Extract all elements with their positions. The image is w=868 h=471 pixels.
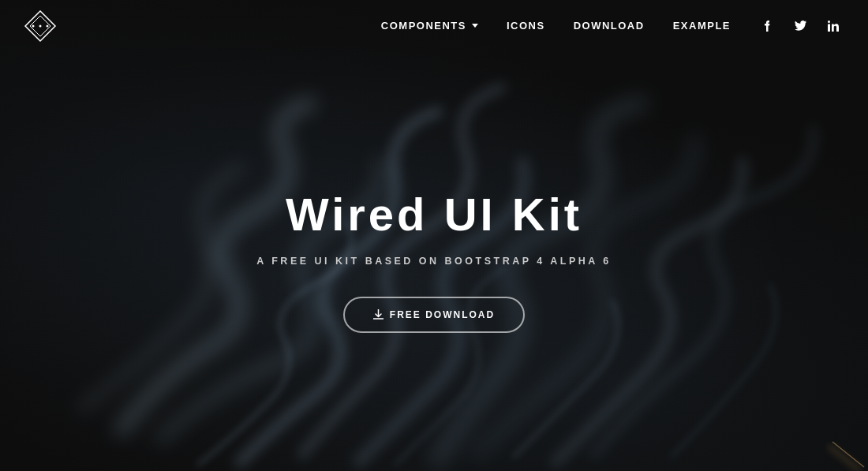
twitter-icon[interactable] xyxy=(789,15,811,37)
nav-icons-label: ICONS xyxy=(507,20,545,32)
svg-point-6 xyxy=(47,24,49,27)
nav-components-label: COMPONENTS xyxy=(381,20,466,32)
svg-point-5 xyxy=(39,24,42,27)
nav-item-example[interactable]: EXAMPLE xyxy=(659,20,745,32)
nav-link-components[interactable]: COMPONENTS xyxy=(367,20,492,32)
hero-section: Wired UI Kit A FREE UI KIT BASED ON BOOT… xyxy=(0,51,868,471)
chevron-down-icon xyxy=(472,24,478,28)
nav-item-components[interactable]: COMPONENTS xyxy=(367,20,492,32)
svg-point-8 xyxy=(828,21,830,23)
svg-rect-7 xyxy=(828,24,830,32)
nav-link-example[interactable]: EXAMPLE xyxy=(659,20,745,32)
nav-example-label: EXAMPLE xyxy=(673,20,731,32)
download-button[interactable]: FREE DOWNLOAD xyxy=(343,297,525,333)
nav-link-download[interactable]: DOWNLOAD xyxy=(559,20,659,32)
nav-links: COMPONENTS ICONS DOWNLOAD EXAMPLE xyxy=(367,20,745,32)
nav-download-label: DOWNLOAD xyxy=(574,20,645,32)
download-icon xyxy=(373,309,383,320)
download-button-label: FREE DOWNLOAD xyxy=(390,309,495,320)
nav-item-download[interactable]: DOWNLOAD xyxy=(559,20,659,32)
logo-area[interactable] xyxy=(24,9,57,43)
social-links xyxy=(756,15,844,37)
linkedin-icon[interactable] xyxy=(822,15,844,37)
logo[interactable] xyxy=(24,9,57,43)
hero-subtitle: A FREE UI KIT BASED ON BOOTSTRAP 4 ALPHA… xyxy=(256,256,612,267)
nav-item-icons[interactable]: ICONS xyxy=(492,20,559,32)
nav-link-icons[interactable]: ICONS xyxy=(492,20,559,32)
navbar: COMPONENTS ICONS DOWNLOAD EXAMPLE xyxy=(0,0,868,51)
hero-title: Wired UI Kit xyxy=(286,189,582,240)
facebook-icon[interactable] xyxy=(756,15,778,37)
svg-point-4 xyxy=(32,24,35,27)
